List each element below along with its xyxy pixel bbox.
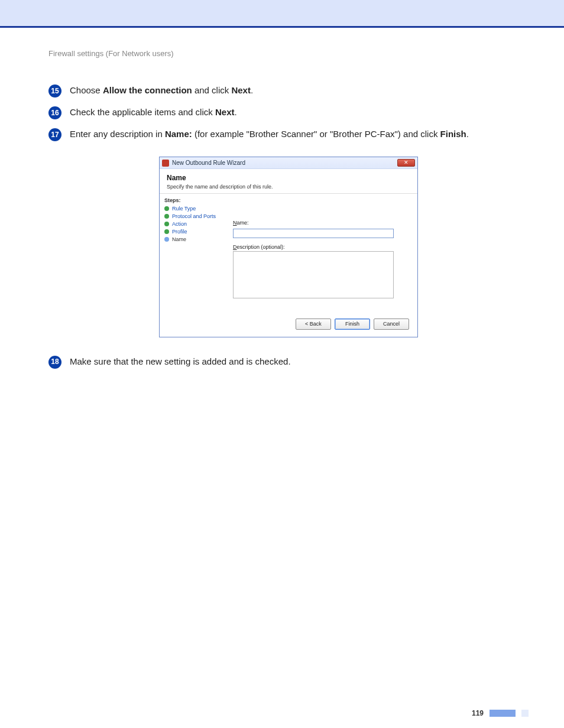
step-label: Protocol and Ports (172, 213, 216, 219)
footer-bar-icon (521, 710, 529, 717)
cancel-button[interactable]: Cancel (374, 318, 409, 330)
bold: Allow the connection (103, 85, 192, 95)
breadcrumb: Firewall settings (For Network users) (48, 49, 529, 58)
step-dot-icon (164, 229, 169, 234)
text: Enter any description in (70, 129, 165, 139)
wizard-subheading: Specify the name and description of this… (167, 184, 410, 190)
text: Choose (70, 85, 103, 95)
finish-button[interactable]: Finish (335, 318, 370, 330)
text: Make sure that the new setting is added … (70, 356, 291, 366)
step-text: Check the applicable items and click Nex… (70, 106, 237, 118)
steps-list: 15 Choose Allow the connection and click… (48, 84, 529, 141)
page-number: 119 (472, 709, 484, 717)
step-text: Make sure that the new setting is added … (70, 355, 291, 368)
step-dot-icon (164, 222, 169, 226)
description-input[interactable] (233, 251, 394, 298)
steps-header: Steps: (164, 197, 225, 203)
step-16: 16 Check the applicable items and click … (48, 106, 529, 119)
text: and click (192, 85, 232, 95)
wizard-step-protocol[interactable]: Protocol and Ports (164, 213, 225, 219)
wizard-step-action[interactable]: Action (164, 221, 225, 227)
step-17: 17 Enter any description in Name: (for e… (48, 128, 529, 141)
page-content: Firewall settings (For Network users) 15… (0, 28, 564, 369)
text: . (466, 129, 469, 139)
step-badge: 16 (48, 106, 61, 119)
wizard-heading: Name (167, 174, 410, 182)
wizard-step-rule-type[interactable]: Rule Type (164, 206, 225, 212)
wizard-titlebar[interactable]: New Outbound Rule Wizard ✕ (160, 157, 417, 169)
step-text: Choose Allow the connection and click Ne… (70, 84, 253, 96)
bold: Next (215, 107, 235, 117)
step-badge: 18 (48, 356, 61, 369)
wizard-step-profile[interactable]: Profile (164, 229, 225, 235)
wizard-step-name: Name (164, 236, 225, 242)
page-footer: 119 (472, 709, 529, 717)
wizard-header: Name Specify the name and description of… (160, 169, 417, 194)
wizard-title-text: New Outbound Rule Wizard (172, 160, 397, 166)
wizard-footer: < Back Finish Cancel (160, 313, 417, 337)
name-input[interactable] (233, 229, 394, 238)
bold: Finish (440, 129, 466, 139)
step-label: Name (172, 236, 186, 242)
bold: Next (231, 85, 251, 95)
description-label: Description (optional): (233, 244, 406, 250)
text: (for example "Brother Scanner" or "Broth… (192, 129, 440, 139)
wizard-dialog: New Outbound Rule Wizard ✕ Name Specify … (159, 157, 418, 337)
step-18: 18 Make sure that the new setting is add… (48, 355, 529, 369)
step-label: Profile (172, 229, 187, 235)
text: . (234, 107, 236, 117)
description-field-group: Description (optional): (233, 244, 406, 301)
back-button[interactable]: < Back (296, 318, 331, 330)
close-button[interactable]: ✕ (397, 159, 415, 167)
step-15: 15 Choose Allow the connection and click… (48, 84, 529, 98)
step-text: Enter any description in Name: (for exam… (70, 128, 469, 140)
step-badge: 15 (48, 84, 61, 98)
firewall-icon (162, 160, 169, 167)
step-dot-icon (164, 214, 169, 219)
step-label: Action (172, 221, 187, 227)
bold: Name: (165, 129, 192, 139)
name-field-group: Name: (233, 220, 406, 238)
name-label: Name: (233, 220, 406, 226)
step-label: Rule Type (172, 206, 196, 212)
footer-bar-icon (490, 710, 516, 717)
wizard-steps-panel: Steps: Rule Type Protocol and Ports Acti… (160, 194, 229, 313)
text: . (251, 85, 253, 95)
step-dot-icon (164, 206, 169, 211)
top-band (0, 0, 564, 26)
step-dot-icon (164, 237, 169, 242)
label-rest: ame: (237, 220, 249, 226)
wizard-main-panel: Name: Description (optional): (229, 194, 417, 313)
label-rest: escription (optional): (237, 244, 285, 250)
step-badge: 17 (48, 128, 61, 141)
text: Check the applicable items and click (70, 107, 215, 117)
